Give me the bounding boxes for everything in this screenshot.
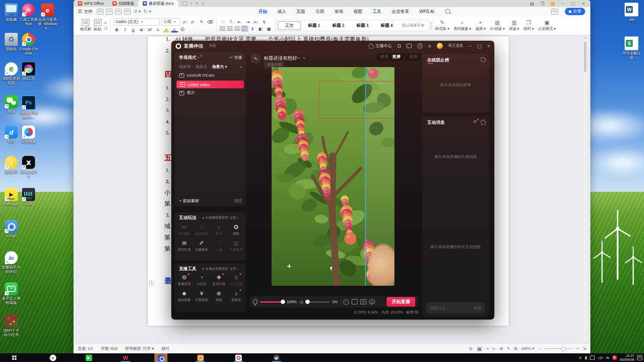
- desktop-icon-vip[interactable]: e↗会员分发系统 -Windows...: [38, 3, 57, 30]
- menu-icon[interactable]: ≡: [428, 43, 431, 48]
- mode-select[interactable]: 常规模式: [179, 55, 196, 61]
- ribbon-tool-3[interactable]: ▤AI 排版 ▾: [488, 19, 507, 32]
- ribbon-tab-页面[interactable]: 页面: [291, 8, 310, 16]
- tool-游戏[interactable]: ⊕游戏: [210, 290, 227, 306]
- export-icon[interactable]: [106, 9, 112, 15]
- headset-support-icon[interactable]: Ω: [397, 43, 401, 48]
- style-item-3[interactable]: 标题 3: [351, 22, 374, 29]
- zoom-in-button[interactable]: +: [577, 346, 579, 351]
- zoom-level[interactable]: 180% ▾: [521, 346, 534, 351]
- italic-button[interactable]: I: [122, 27, 128, 32]
- mode-portrait[interactable]: 竖屏: [392, 54, 400, 60]
- shrink-font-button[interactable]: A⁻: [190, 19, 197, 25]
- undo-icon[interactable]: ↺ ▾: [133, 9, 141, 14]
- comment-panel-icon[interactable]: [352, 299, 358, 304]
- tool-抖音电商[interactable]: ¥抖音电商: [193, 290, 210, 306]
- desktop-icon-jy[interactable]: X↗JianyingPro: [19, 156, 38, 178]
- ribbon-tool-5[interactable]: ❐排列 ▾: [522, 19, 536, 32]
- camera-icon[interactable]: [360, 299, 366, 304]
- wps-account-avatar[interactable]: [550, 1, 555, 6]
- network-icon[interactable]: ⇋: [606, 356, 609, 360]
- play-语音连线[interactable]: ⚇语音连线: [193, 223, 210, 239]
- microphone-icon[interactable]: [253, 299, 257, 304]
- add-scene-button[interactable]: +: [240, 65, 242, 70]
- play-礼物投票[interactable]: ▥礼物投票: [227, 239, 245, 255]
- desktop-icon-chrome[interactable]: ↗Google Chrome: [19, 33, 38, 55]
- fullscreen-icon[interactable]: ⇲: [583, 346, 586, 351]
- desktop-icon-qq[interactable]: ♪↗QQ音乐: [2, 156, 21, 174]
- tool-直播设置[interactable]: ⚙直播设置: [176, 274, 193, 290]
- source-item-2[interactable]: 图片: [179, 90, 242, 96]
- style-item-4[interactable]: 标题 4: [375, 22, 398, 29]
- desktop-icon-aizb[interactable]: ↗AIZB: [19, 188, 38, 206]
- align-left-button[interactable]: [220, 26, 225, 31]
- cloud-sync-icon[interactable]: [551, 9, 558, 15]
- underline-button[interactable]: U: [130, 27, 137, 32]
- grow-font-button[interactable]: A⁺: [182, 19, 189, 25]
- char-border-button[interactable]: Ⓐ: [179, 27, 186, 32]
- play-音乐[interactable]: ♬音乐: [210, 223, 227, 239]
- clear-format-button[interactable]: ⌫: [207, 19, 213, 25]
- styles-gallery-scroll[interactable]: ∧∨≡: [429, 22, 433, 29]
- ribbon-tool-2[interactable]: ⌖选择 ▾: [473, 19, 488, 32]
- play-section-badge[interactable]: 礼物展馆更新至 全部›: [202, 216, 238, 220]
- clock[interactable]: 21:27 2025/4/28: [620, 354, 634, 362]
- font-size-select[interactable]: 小四▾: [161, 18, 180, 26]
- ribbon-tab-开始[interactable]: 开始: [253, 8, 272, 16]
- align-right-button[interactable]: [234, 26, 240, 31]
- font-color-button[interactable]: A: [171, 27, 178, 32]
- ribbon-tab-视图[interactable]: 视图: [348, 8, 367, 16]
- chat-input[interactable]: 说点什么... 发送: [426, 302, 485, 314]
- add-material-button[interactable]: + 添加素材: [179, 198, 199, 204]
- edit-pencil-icon[interactable]: ✎: [302, 56, 306, 61]
- bullets-button[interactable]: ∷: [220, 19, 226, 25]
- input-method-icon[interactable]: S: [612, 356, 617, 360]
- proofread-button[interactable]: 校对: [162, 346, 170, 352]
- ribbon-tab-会员专享[interactable]: 会员专享: [386, 8, 414, 16]
- format-painter-button[interactable]: 格式刷: [80, 19, 91, 32]
- studio-minimize-button[interactable]: −: [469, 43, 471, 48]
- zoom-slider[interactable]: [544, 348, 573, 349]
- mic-volume-slider[interactable]: [260, 301, 284, 303]
- desktop-icon-obs[interactable]: ↗obs工具: [19, 62, 38, 81]
- ribbon-tab-审阅[interactable]: 审阅: [329, 8, 348, 16]
- style-item-2[interactable]: 标题 2: [327, 22, 349, 29]
- desktop-icon-worddoc[interactable]: uid: [622, 3, 641, 22]
- play-福袋[interactable]: ✪福袋: [227, 223, 245, 239]
- beauty-icon[interactable]: [343, 299, 349, 305]
- display-icon[interactable]: [590, 356, 595, 360]
- desktop-icon-ps[interactable]: Ps↗Adobe Photosho...: [19, 95, 38, 120]
- stream-title[interactable]: 标题还没有想好~: [264, 55, 300, 61]
- desktop-icon-speaker[interactable]: ↗多开艺人神的高版: [2, 282, 21, 305]
- desktop-icon-wechat[interactable]: ↗微信: [2, 95, 21, 113]
- eye-protect-icon[interactable]: ◎: [469, 346, 472, 351]
- numbering-button[interactable]: ⒈: [228, 19, 234, 25]
- source-item-1[interactable]: USB3 Video: [176, 81, 244, 88]
- taskbar-app-live-companion[interactable]: [154, 353, 167, 362]
- wps-minimize-button[interactable]: −: [560, 1, 565, 6]
- wps-close-button[interactable]: ×: [581, 1, 586, 6]
- wps-maximize-button[interactable]: ▢: [570, 1, 576, 6]
- preview-video[interactable]: [272, 67, 394, 286]
- popout-icon[interactable]: [481, 57, 486, 62]
- source-selection-box[interactable]: [319, 81, 394, 119]
- text-effects-button[interactable]: ✎: [199, 19, 205, 25]
- desktop-icon-sdoc[interactable]: 半月全额计算: [622, 36, 641, 60]
- spellcheck-status[interactable]: 拼写检查: 打开 ▾: [125, 346, 154, 352]
- play-PK连线[interactable]: PKPK连线: [176, 223, 193, 239]
- taskbar-app-video-clip-app[interactable]: ▶: [82, 353, 95, 362]
- edit-title-icon[interactable]: ✎: [251, 54, 260, 63]
- stream-settings-icon[interactable]: [369, 299, 375, 304]
- borders-button[interactable]: ▦: [266, 26, 272, 32]
- align-justify-button[interactable]: [242, 26, 247, 31]
- send-button[interactable]: 发送: [474, 305, 481, 311]
- desktop-icon-pot[interactable]: ▶↗PotPlayer: [2, 188, 21, 206]
- web-view-icon[interactable]: ⊕: [500, 346, 503, 351]
- indent-button[interactable]: ⇥: [244, 19, 251, 25]
- outdent-button[interactable]: ⇤: [236, 19, 243, 25]
- layout-toggle-icon[interactable]: ▤: [529, 1, 535, 6]
- line-spacing-button[interactable]: ⇕: [249, 26, 256, 32]
- ribbon-tool-1[interactable]: ⌕查找替换 ▾: [452, 19, 474, 32]
- user-avatar[interactable]: [437, 43, 443, 49]
- speaker-volume-slider[interactable]: [305, 301, 330, 303]
